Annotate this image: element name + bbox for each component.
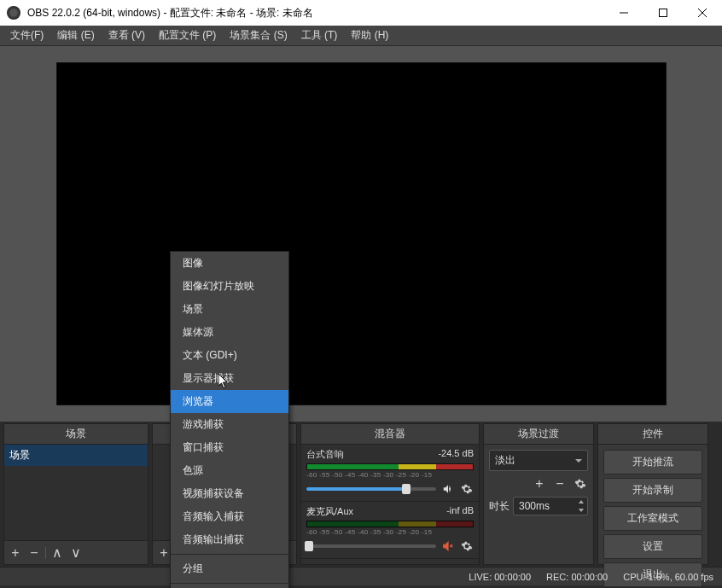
mixer-body: 台式音响 -24.5 dB -60 -55 -50 -45 -40 -35 -3… (301, 445, 479, 564)
menu-view[interactable]: 查看 (V) (102, 25, 152, 46)
ctx-item-audio-output[interactable]: 音频输出捕获 (171, 528, 288, 551)
svg-rect-1 (660, 9, 667, 17)
menu-file[interactable]: 文件(F) (3, 25, 50, 46)
scene-up-button[interactable]: ∧ (49, 545, 65, 561)
preview-area (0, 46, 722, 422)
gear-icon[interactable] (460, 482, 474, 496)
ctx-item-video-capture[interactable]: 视频捕获设备 (171, 482, 288, 505)
ctx-item-media[interactable]: 媒体源 (171, 321, 288, 344)
add-scene-button[interactable]: + (8, 545, 23, 561)
menu-scene-collection[interactable]: 场景集合 (S) (223, 25, 294, 46)
add-source-context-menu: 图像 图像幻灯片放映 场景 媒体源 文本 (GDI+) 显示器捕获 浏览器 游戏… (170, 251, 289, 588)
window-titlebar: OBS 22.0.2 (64-bit, windows) - 配置文件: 未命名… (0, 0, 722, 26)
menu-tools[interactable]: 工具 (T) (294, 25, 345, 46)
mixer-channel-name: 麦克风/Aux (306, 505, 353, 518)
ctx-item-game-capture[interactable]: 游戏捕获 (171, 413, 288, 436)
dock-scenes-header: 场景 (4, 424, 148, 445)
mixer-channel-db: -inf dB (446, 505, 474, 518)
transition-settings-button[interactable] (573, 476, 588, 492)
mixer-channel-name: 台式音响 (306, 448, 344, 461)
menu-help[interactable]: 帮助 (H) (344, 25, 395, 46)
ctx-item-display-capture[interactable]: 显示器捕获 (171, 367, 288, 390)
close-button[interactable] (683, 0, 722, 26)
gear-icon[interactable] (460, 539, 474, 553)
separator (171, 554, 288, 555)
studio-mode-button[interactable]: 工作室模式 (603, 506, 702, 531)
separator (45, 547, 46, 559)
dock-transitions: 场景过渡 淡出 + − 时长 300ms (483, 423, 594, 565)
ctx-item-group[interactable]: 分组 (171, 557, 288, 580)
scenes-list[interactable]: 场景 (4, 445, 148, 540)
dock-mixer-header: 混音器 (301, 424, 479, 445)
remove-transition-button[interactable]: − (552, 476, 568, 492)
obs-app-icon (7, 6, 20, 20)
ctx-item-browser[interactable]: 浏览器 (171, 390, 288, 413)
mixer-channel-desktop: 台式音响 -24.5 dB -60 -55 -50 -45 -40 -35 -3… (301, 445, 479, 502)
scene-down-button[interactable]: ∨ (68, 545, 84, 561)
minimize-button[interactable] (604, 0, 643, 26)
duration-label: 时长 (489, 499, 509, 514)
duration-input[interactable]: 300ms (513, 497, 588, 515)
add-transition-button[interactable]: + (532, 476, 547, 492)
status-cpu: CPU: 1.6%, 60.00 fps (623, 572, 713, 582)
dock-controls-header: 控件 (598, 424, 707, 445)
mixer-channel-mic: 麦克风/Aux -inf dB -60 -55 -50 -45 -40 -35 … (301, 502, 479, 559)
ctx-item-audio-input[interactable]: 音频输入捕获 (171, 505, 288, 528)
window-title: OBS 22.0.2 (64-bit, windows) - 配置文件: 未命名… (27, 6, 604, 20)
menu-edit[interactable]: 编辑 (E) (50, 25, 101, 46)
mixer-scale: -60 -55 -50 -45 -40 -35 -30 -25 -20 -15 (306, 471, 474, 479)
mixer-meter (306, 463, 474, 470)
ctx-item-slideshow[interactable]: 图像幻灯片放映 (171, 275, 288, 298)
speaker-icon[interactable] (441, 482, 455, 496)
ctx-item-window-capture[interactable]: 窗口捕获 (171, 436, 288, 459)
menu-bar: 文件(F) 编辑 (E) 查看 (V) 配置文件 (P) 场景集合 (S) 工具… (0, 26, 722, 46)
mixer-meter (306, 521, 474, 527)
scene-item[interactable]: 场景 (4, 445, 148, 466)
dock-scenes: 场景 场景 + − ∧ ∨ (3, 423, 148, 565)
ctx-item-color-source[interactable]: 色源 (171, 459, 288, 482)
status-rec: REC: 00:00:00 (546, 572, 608, 582)
settings-button[interactable]: 设置 (603, 534, 702, 559)
speaker-muted-icon[interactable] (441, 539, 455, 553)
dock-controls: 控件 开始推流 开始录制 工作室模式 设置 退出 (597, 423, 708, 565)
mixer-volume-slider[interactable] (306, 487, 436, 491)
dock-transitions-header: 场景过渡 (484, 424, 593, 445)
preview-canvas[interactable] (56, 62, 667, 405)
remove-scene-button[interactable]: − (26, 545, 42, 561)
mixer-volume-slider[interactable] (306, 544, 436, 548)
dock-mixer: 混音器 台式音响 -24.5 dB -60 -55 -50 -45 -40 -3… (300, 423, 480, 565)
mixer-scale: -60 -55 -50 -45 -40 -35 -30 -25 -20 -15 (306, 528, 474, 536)
ctx-item-text-gdi[interactable]: 文本 (GDI+) (171, 344, 288, 367)
start-stream-button[interactable]: 开始推流 (603, 450, 702, 474)
status-live: LIVE: 00:00:00 (469, 572, 531, 582)
separator (171, 583, 288, 584)
start-record-button[interactable]: 开始录制 (603, 478, 702, 503)
maximize-button[interactable] (643, 0, 683, 26)
ctx-item-image[interactable]: 图像 (171, 252, 288, 275)
mixer-channel-db: -24.5 dB (438, 448, 474, 461)
menu-profile[interactable]: 配置文件 (P) (152, 25, 223, 46)
transition-select[interactable]: 淡出 (489, 450, 588, 471)
scenes-toolbar: + − ∧ ∨ (4, 540, 148, 564)
ctx-item-scene[interactable]: 场景 (171, 298, 288, 321)
